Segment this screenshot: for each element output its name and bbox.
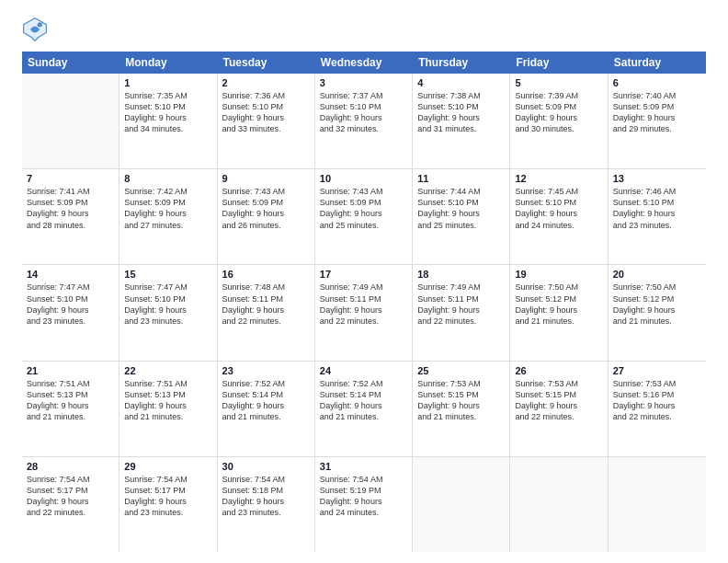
daylight-minutes-text: and 22 minutes. [515, 411, 602, 422]
logo [22, 17, 51, 42]
sunrise-text: Sunrise: 7:50 AM [613, 282, 701, 293]
sunset-text: Sunset: 5:10 PM [27, 293, 114, 304]
day-number: 11 [417, 173, 505, 184]
day-number: 22 [124, 365, 211, 376]
sunset-text: Sunset: 5:14 PM [222, 389, 310, 400]
daylight-text: Daylight: 9 hours [320, 400, 407, 411]
sunrise-text: Sunrise: 7:39 AM [515, 90, 602, 101]
daylight-minutes-text: and 22 minutes. [320, 316, 407, 327]
daylight-minutes-text: and 22 minutes. [222, 316, 310, 327]
sunset-text: Sunset: 5:12 PM [515, 293, 602, 304]
daylight-text: Daylight: 9 hours [222, 304, 310, 316]
daylight-minutes-text: and 22 minutes. [417, 316, 505, 327]
day-cell-20: 20Sunrise: 7:50 AMSunset: 5:12 PMDayligh… [609, 265, 706, 360]
daylight-text: Daylight: 9 hours [124, 400, 211, 411]
day-cell-21: 21Sunrise: 7:51 AMSunset: 5:13 PMDayligh… [22, 362, 119, 456]
sunrise-text: Sunrise: 7:36 AM [222, 90, 310, 101]
day-number: 9 [222, 173, 310, 184]
daylight-minutes-text: and 21 minutes. [613, 316, 701, 327]
day-number: 1 [124, 77, 211, 88]
calendar-header: SundayMondayTuesdayWednesdayThursdayFrid… [22, 52, 706, 74]
daylight-minutes-text: and 23 minutes. [124, 316, 211, 327]
daylight-text: Daylight: 9 hours [515, 112, 602, 123]
day-number: 7 [27, 173, 114, 184]
sunrise-text: Sunrise: 7:48 AM [222, 282, 310, 293]
daylight-text: Daylight: 9 hours [222, 112, 310, 123]
daylight-text: Daylight: 9 hours [27, 304, 114, 316]
sunrise-text: Sunrise: 7:37 AM [320, 90, 407, 101]
day-cell-19: 19Sunrise: 7:50 AMSunset: 5:12 PMDayligh… [510, 265, 608, 360]
calendar-body: 1Sunrise: 7:35 AMSunset: 5:10 PMDaylight… [22, 74, 706, 552]
sunset-text: Sunset: 5:10 PM [320, 101, 407, 112]
sunrise-text: Sunrise: 7:53 AM [613, 378, 701, 389]
day-cell-17: 17Sunrise: 7:49 AMSunset: 5:11 PMDayligh… [315, 265, 413, 360]
day-number: 15 [124, 269, 211, 280]
daylight-minutes-text: and 26 minutes. [222, 220, 310, 231]
daylight-minutes-text: and 21 minutes. [320, 411, 407, 422]
sunset-text: Sunset: 5:09 PM [613, 101, 701, 112]
sunrise-text: Sunrise: 7:51 AM [124, 378, 211, 389]
day-cell-31: 31Sunrise: 7:54 AMSunset: 5:19 PMDayligh… [315, 457, 413, 552]
svg-point-3 [38, 22, 42, 27]
sunset-text: Sunset: 5:11 PM [417, 293, 505, 304]
day-cell-16: 16Sunrise: 7:48 AMSunset: 5:11 PMDayligh… [218, 265, 315, 360]
empty-cell [413, 457, 510, 552]
day-cell-13: 13Sunrise: 7:46 AMSunset: 5:10 PMDayligh… [609, 169, 706, 264]
day-number: 3 [320, 77, 407, 88]
daylight-minutes-text: and 21 minutes. [515, 316, 602, 327]
daylight-text: Daylight: 9 hours [27, 496, 114, 507]
daylight-minutes-text: and 24 minutes. [515, 220, 602, 231]
sunrise-text: Sunrise: 7:41 AM [27, 186, 114, 197]
logo-icon [22, 17, 48, 42]
daylight-minutes-text: and 21 minutes. [222, 411, 310, 422]
daylight-text: Daylight: 9 hours [613, 400, 701, 411]
day-header-tuesday: Tuesday [218, 52, 315, 74]
daylight-text: Daylight: 9 hours [613, 304, 701, 316]
sunrise-text: Sunrise: 7:49 AM [417, 282, 505, 293]
calendar: SundayMondayTuesdayWednesdayThursdayFrid… [22, 52, 706, 552]
daylight-text: Daylight: 9 hours [613, 208, 701, 219]
daylight-text: Daylight: 9 hours [222, 496, 310, 507]
day-number: 10 [320, 173, 407, 184]
daylight-minutes-text: and 22 minutes. [27, 507, 114, 518]
daylight-text: Daylight: 9 hours [320, 112, 407, 123]
day-number: 20 [613, 269, 701, 280]
daylight-minutes-text: and 30 minutes. [515, 123, 602, 134]
week-row-0: 1Sunrise: 7:35 AMSunset: 5:10 PMDaylight… [22, 74, 706, 169]
sunrise-text: Sunrise: 7:54 AM [27, 474, 114, 485]
sunrise-text: Sunrise: 7:52 AM [320, 378, 407, 389]
daylight-text: Daylight: 9 hours [222, 208, 310, 219]
week-row-1: 7Sunrise: 7:41 AMSunset: 5:09 PMDaylight… [22, 169, 706, 265]
daylight-text: Daylight: 9 hours [417, 304, 505, 316]
sunset-text: Sunset: 5:12 PM [613, 293, 701, 304]
sunset-text: Sunset: 5:10 PM [515, 197, 602, 208]
day-header-friday: Friday [510, 52, 608, 74]
daylight-text: Daylight: 9 hours [320, 208, 407, 219]
daylight-text: Daylight: 9 hours [27, 400, 114, 411]
daylight-text: Daylight: 9 hours [124, 304, 211, 316]
daylight-text: Daylight: 9 hours [320, 304, 407, 316]
day-number: 14 [27, 269, 114, 280]
day-number: 24 [320, 365, 407, 376]
sunrise-text: Sunrise: 7:44 AM [417, 186, 505, 197]
daylight-text: Daylight: 9 hours [222, 400, 310, 411]
day-number: 6 [613, 77, 701, 88]
daylight-text: Daylight: 9 hours [417, 400, 505, 411]
sunrise-text: Sunrise: 7:40 AM [613, 90, 701, 101]
day-cell-14: 14Sunrise: 7:47 AMSunset: 5:10 PMDayligh… [22, 265, 119, 360]
day-cell-5: 5Sunrise: 7:39 AMSunset: 5:09 PMDaylight… [510, 74, 608, 168]
daylight-text: Daylight: 9 hours [417, 208, 505, 219]
daylight-minutes-text: and 25 minutes. [417, 220, 505, 231]
daylight-minutes-text: and 31 minutes. [417, 123, 505, 134]
sunset-text: Sunset: 5:18 PM [222, 485, 310, 496]
day-number: 23 [222, 365, 310, 376]
sunrise-text: Sunrise: 7:35 AM [124, 90, 211, 101]
daylight-text: Daylight: 9 hours [515, 400, 602, 411]
daylight-minutes-text: and 22 minutes. [613, 411, 701, 422]
sunset-text: Sunset: 5:09 PM [222, 197, 310, 208]
daylight-minutes-text: and 33 minutes. [222, 123, 310, 134]
sunset-text: Sunset: 5:13 PM [27, 389, 114, 400]
daylight-minutes-text: and 27 minutes. [124, 220, 211, 231]
sunset-text: Sunset: 5:09 PM [515, 101, 602, 112]
day-number: 18 [417, 269, 505, 280]
